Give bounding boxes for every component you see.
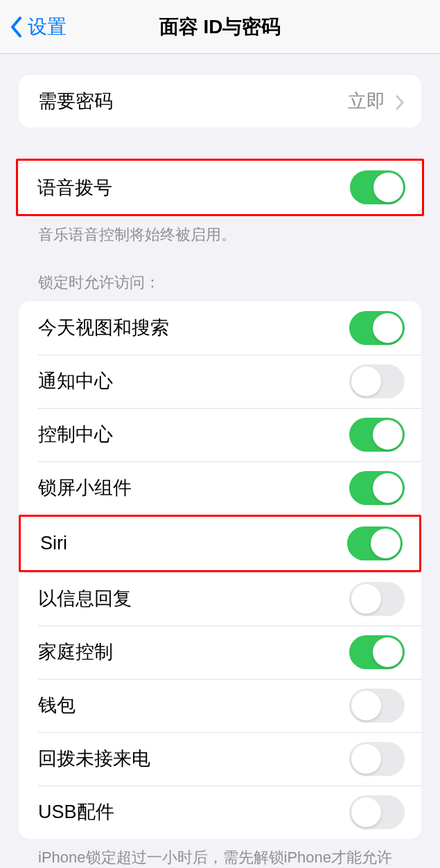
chevron-right-icon bbox=[395, 94, 405, 109]
nav-header: 设置 面容 ID与密码 bbox=[0, 0, 440, 54]
passcode-group: 需要密码 立即 bbox=[19, 75, 421, 127]
lock-item-label: 锁屏小组件 bbox=[38, 475, 132, 500]
lock-item-row: USB配件 bbox=[19, 786, 421, 839]
lock-item-label: 通知中心 bbox=[38, 369, 113, 393]
lock-item-toggle[interactable] bbox=[349, 364, 405, 398]
lock-item-label: 今天视图和搜索 bbox=[38, 315, 169, 340]
voice-dial-highlight: 语音拨号 bbox=[16, 159, 424, 216]
lock-item-row: 家庭控制 bbox=[19, 626, 421, 679]
toggle-knob bbox=[373, 313, 403, 343]
lock-item-row: 通知中心 bbox=[19, 355, 421, 408]
voice-dial-label: 语音拨号 bbox=[37, 175, 112, 200]
voice-dial-toggle[interactable] bbox=[350, 170, 405, 204]
require-passcode-row[interactable]: 需要密码 立即 bbox=[19, 75, 421, 127]
toggle-knob bbox=[351, 584, 381, 614]
lock-item-label: 回拨未接来电 bbox=[38, 746, 150, 771]
lock-item-label: 以信息回复 bbox=[38, 586, 132, 611]
lock-item-toggle[interactable] bbox=[349, 689, 405, 723]
back-label: 设置 bbox=[28, 14, 67, 40]
voice-dial-row: 语音拨号 bbox=[18, 161, 422, 214]
toggle-knob bbox=[373, 420, 403, 450]
lock-item-row: 回拨未接来电 bbox=[19, 732, 421, 786]
lock-item-row: Siri bbox=[21, 517, 419, 570]
lock-item-label: 控制中心 bbox=[38, 422, 113, 447]
toggle-knob bbox=[351, 797, 381, 827]
require-passcode-label: 需要密码 bbox=[38, 89, 113, 114]
toggle-knob bbox=[351, 691, 381, 720]
lock-section-header: 锁定时允许访问： bbox=[19, 272, 421, 301]
lock-item-toggle[interactable] bbox=[349, 742, 405, 776]
lock-item-toggle[interactable] bbox=[349, 471, 405, 505]
lock-access-group: 今天视图和搜索通知中心控制中心锁屏小组件Siri以信息回复家庭控制钱包回拨未接来… bbox=[19, 301, 421, 839]
lock-item-row: 锁屏小组件 bbox=[19, 461, 421, 515]
toggle-knob bbox=[371, 529, 401, 558]
lock-item-row: 以信息回复 bbox=[19, 572, 421, 626]
back-button[interactable]: 设置 bbox=[0, 14, 67, 40]
lock-item-toggle[interactable] bbox=[349, 795, 405, 829]
require-passcode-value: 立即 bbox=[348, 89, 405, 114]
lock-item-toggle[interactable] bbox=[349, 635, 405, 669]
lock-item-toggle[interactable] bbox=[349, 311, 405, 345]
lock-item-label: 家庭控制 bbox=[38, 639, 113, 664]
siri-highlight: Siri bbox=[19, 515, 421, 572]
toggle-knob bbox=[373, 637, 403, 667]
toggle-knob bbox=[373, 473, 403, 503]
chevron-left-icon bbox=[10, 17, 22, 37]
voice-dial-footer: 音乐语音控制将始终被启用。 bbox=[19, 216, 421, 246]
lock-item-toggle[interactable] bbox=[347, 526, 403, 560]
lock-item-row: 钱包 bbox=[19, 679, 421, 732]
toggle-knob bbox=[373, 172, 403, 202]
lock-item-row: 今天视图和搜索 bbox=[19, 301, 421, 355]
page-title: 面容 ID与密码 bbox=[159, 14, 281, 40]
toggle-knob bbox=[351, 744, 381, 774]
lock-item-label: 钱包 bbox=[38, 693, 76, 718]
lock-item-toggle[interactable] bbox=[349, 582, 405, 616]
lock-item-toggle[interactable] bbox=[349, 418, 405, 452]
lock-item-label: USB配件 bbox=[38, 799, 114, 824]
lock-item-label: Siri bbox=[40, 533, 67, 554]
lock-section-footer: iPhone锁定超过一小时后，需先解锁iPhone才能允许USB 配件连接。 bbox=[19, 839, 421, 868]
lock-item-row: 控制中心 bbox=[19, 408, 421, 461]
toggle-knob bbox=[351, 366, 381, 396]
